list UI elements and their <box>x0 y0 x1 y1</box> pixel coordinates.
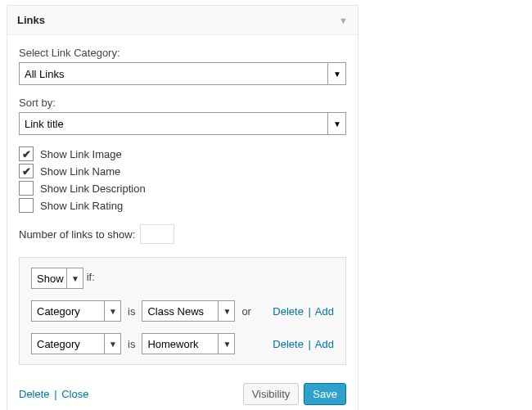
num-links-row: Number of links to show: <box>19 224 346 244</box>
rule-delete-link[interactable]: Delete <box>273 338 304 350</box>
rule-field-select[interactable]: Category <box>31 333 121 354</box>
checkbox-row-image: ✔ Show Link Image <box>19 146 346 161</box>
checkbox-row-rating: Show Link Rating <box>19 198 346 213</box>
rule-actions: Delete | Add <box>273 305 334 318</box>
collapse-icon: ▼ <box>339 16 348 25</box>
rule-add-link[interactable]: Add <box>315 338 334 350</box>
if-text: if: <box>87 271 95 283</box>
num-links-label: Number of links to show: <box>19 228 135 241</box>
widget-links: Links ▼ Select Link Category: All Links … <box>7 5 358 410</box>
save-button[interactable]: Save <box>304 383 346 405</box>
rule-value-select[interactable]: Homework <box>142 333 235 354</box>
or-text: or <box>241 305 251 318</box>
widget-title: Links <box>17 14 45 26</box>
close-link[interactable]: Close <box>61 388 88 400</box>
sort-by-select-wrap: Link title ▼ <box>19 112 346 135</box>
num-links-input[interactable] <box>140 224 174 244</box>
checkbox-show-link-rating[interactable] <box>19 198 34 213</box>
footer-left-links: Delete | Close <box>19 388 88 400</box>
link-category-label: Select Link Category: <box>19 47 346 59</box>
checkbox-label: Show Link Rating <box>40 200 123 212</box>
visibility-button[interactable]: Visibility <box>243 383 300 405</box>
rule-delete-link[interactable]: Delete <box>273 305 304 318</box>
link-category-select[interactable]: All Links <box>19 62 346 85</box>
checkbox-label: Show Link Description <box>40 182 146 195</box>
sort-by-select[interactable]: Link title <box>19 112 346 135</box>
checkbox-row-description: Show Link Description <box>19 181 346 196</box>
checkbox-show-link-name[interactable]: ✔ <box>19 164 34 178</box>
checkbox-row-name: ✔ Show Link Name <box>19 164 346 178</box>
separator: | <box>307 305 313 318</box>
checkbox-label: Show Link Image <box>40 148 122 160</box>
rule-field-select[interactable]: Category <box>31 300 121 322</box>
visibility-rules-box: Show ▼ if: Category ▼ is Class News <box>19 257 346 365</box>
link-category-select-wrap: All Links ▼ <box>19 62 346 85</box>
checkbox-label: Show Link Name <box>40 165 120 178</box>
separator: | <box>307 338 313 350</box>
widget-body: Select Link Category: All Links ▼ Sort b… <box>7 35 358 375</box>
separator: | <box>52 388 58 400</box>
visibility-rule-row: Category ▼ is Homework ▼ Delete | Add <box>31 333 334 354</box>
rule-add-link[interactable]: Add <box>315 305 334 318</box>
visibility-rule-row: Category ▼ is Class News ▼ or Delete | A… <box>31 300 334 322</box>
widget-header[interactable]: Links ▼ <box>7 6 358 35</box>
rule-actions: Delete | Add <box>273 338 334 350</box>
is-text: is <box>128 338 135 350</box>
rule-value-select[interactable]: Class News <box>142 300 235 322</box>
sort-by-label: Sort by: <box>19 97 346 109</box>
checkbox-show-link-image[interactable]: ✔ <box>19 146 34 161</box>
visibility-action-row: Show ▼ if: <box>31 268 334 289</box>
delete-link[interactable]: Delete <box>19 388 50 400</box>
widget-footer: Delete | Close Visibility Save <box>7 383 358 410</box>
visibility-action-select[interactable]: Show <box>31 268 83 289</box>
checkbox-show-link-description[interactable] <box>19 181 34 196</box>
is-text: is <box>128 305 135 318</box>
